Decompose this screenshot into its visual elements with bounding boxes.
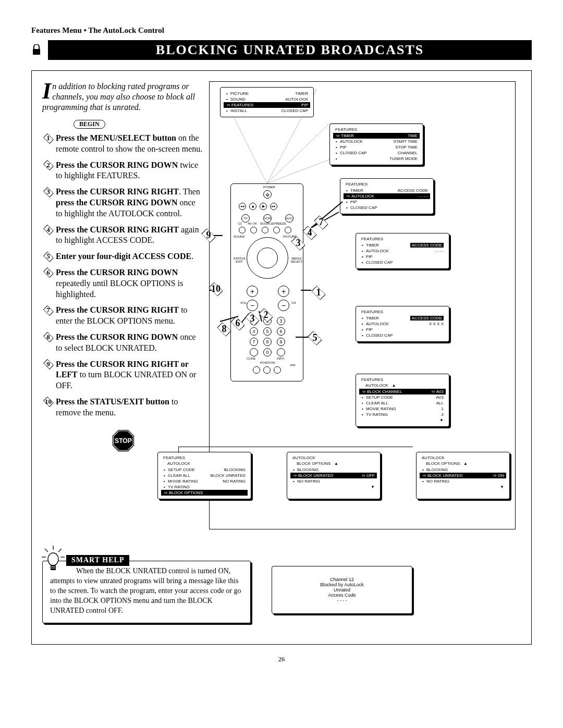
osd-block-unrated-on: AUTOLOCKBLOCK OPTIONS ▲•BLOCKING⇨BLOCK U…: [416, 452, 510, 499]
lightbulb-icon: [42, 546, 65, 575]
stop-icon: STOP: [112, 429, 135, 452]
step-7: 7Press the CURSOR RING RIGHT to enter th…: [42, 305, 204, 327]
step-4: 4Press the CURSOR RING RIGHT again to hi…: [42, 225, 204, 246]
intro-text: In addition to blocking rated programs o…: [42, 81, 204, 113]
step-10: 10Press the STATUS/EXIT button to remove…: [42, 397, 204, 418]
step-3: 3Press the CURSOR RING RIGHT. Then press…: [42, 187, 204, 219]
svg-point-20: [48, 553, 58, 565]
smart-help-tag: SMART HELP: [66, 555, 129, 566]
step-8: 8Press the CURSOR RING DOWN once to sele…: [42, 332, 204, 354]
svg-line-16: [45, 549, 48, 552]
svg-line-17: [58, 549, 62, 552]
smart-help-text: When the BLOCK UNRATED control is turned…: [50, 567, 241, 614]
svg-rect-0: [33, 49, 40, 55]
lock-icon: [31, 44, 42, 56]
step-6: 6Press the CURSOR RING DOWN repeatedly u…: [42, 267, 204, 300]
breadcrumb: Features Menu • The AutoLock Control: [31, 26, 532, 35]
diagram-area: •PICTURETIMER•SOUNDAUTOLOCK⇨FEATURESPIP•…: [209, 81, 516, 529]
begin-marker: BEGIN: [74, 120, 105, 129]
osd-block-options-nav: FEATURESAUTOLOCK•SETUP CODEBLOCKING•CLEA…: [157, 452, 251, 499]
step-5: 5Enter your four-digit ACCESS CODE.: [42, 251, 204, 262]
step-1: 1Press the MENU/SELECT button on the rem…: [42, 133, 204, 155]
svg-rect-21: [51, 565, 56, 570]
osd-block-unrated-off: AUTOLOCKBLOCK OPTIONS ▲•BLOCKING⇨BLOCK U…: [287, 452, 381, 499]
blocked-screen-example: Channel 12 Blocked by AutoLock Unrated A…: [272, 566, 412, 614]
step-2: 2Press the CURSOR RING DOWN twice to hig…: [42, 160, 204, 182]
callout-lines: [210, 82, 522, 447]
smart-help-box: SMART HELP When the BLOCK UNRATED contro…: [42, 561, 251, 623]
svg-text:STOP: STOP: [115, 437, 132, 445]
page-title: BLOCKING UNRATED BROADCASTS: [48, 40, 532, 60]
page-number: 26: [31, 655, 532, 663]
step-9: 9Press the CURSOR RING RIGHT or LEFT to …: [42, 359, 204, 391]
dropcap: I: [42, 81, 52, 101]
